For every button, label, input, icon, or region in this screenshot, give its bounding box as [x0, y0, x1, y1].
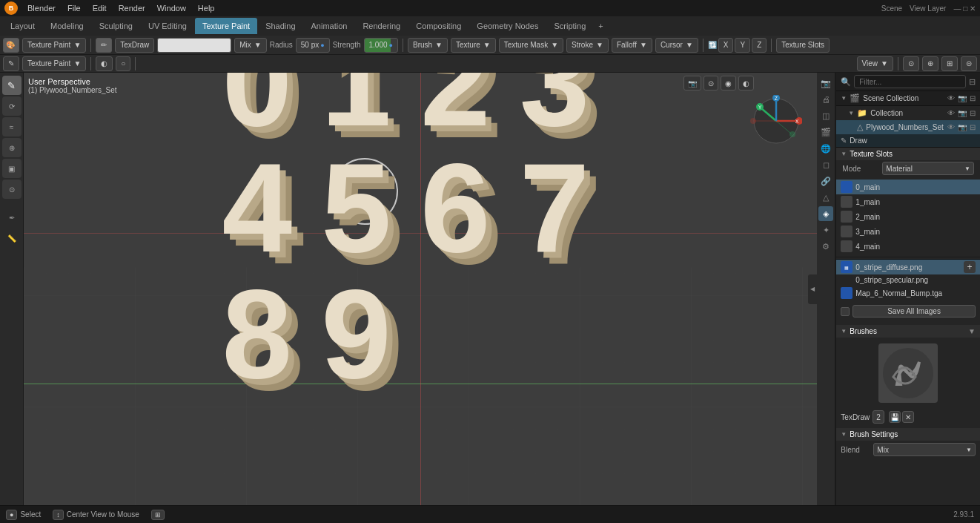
texture-slots-btn[interactable]: Texture Slots [776, 38, 830, 53]
texture-btn[interactable]: Texture ▼ [451, 38, 496, 53]
prop-icon-physics[interactable]: ⚙ [818, 239, 833, 254]
collection-camera-icon[interactable]: 📷 [958, 109, 967, 117]
fill-tool[interactable]: ▣ [2, 159, 21, 178]
add-texture-btn[interactable]: + [964, 261, 976, 273]
viewport-gizmo[interactable]: X Y Z [750, 95, 810, 154]
brush-icon-btn[interactable]: ✏ [96, 38, 112, 53]
smear-tool[interactable]: ≈ [2, 117, 21, 136]
material-1-main[interactable]: 1_main [836, 194, 980, 209]
object-camera-icon[interactable]: 📷 [958, 123, 967, 131]
radius-input[interactable]: 50 px ● [296, 38, 330, 53]
brush-dropdown[interactable]: TexDraw [115, 38, 154, 53]
collection-render-icon[interactable]: ⊟ [970, 109, 976, 117]
mode-icon[interactable]: 🎨 [3, 38, 19, 53]
mask-tool[interactable]: ⊙ [2, 180, 21, 199]
brush-delete-btn[interactable]: ✕ [902, 411, 914, 423]
tab-geometry-nodes[interactable]: Geometry Nodes [469, 18, 546, 34]
tab-animation[interactable]: Animation [304, 18, 355, 34]
menu-edit[interactable]: Edit [87, 2, 112, 14]
tool-mode-icon[interactable]: ✎ [3, 56, 19, 71]
view-menu[interactable]: View ▼ [857, 56, 893, 71]
prop-icon-output[interactable]: 🖨 [818, 92, 833, 107]
prop-icon-object[interactable]: ◻ [818, 157, 833, 172]
viewport-overlay-btn[interactable]: ⊙ [903, 56, 919, 71]
viewport-display-btn[interactable]: ⊙ [703, 76, 718, 91]
strength-input[interactable]: 1.000 ● [364, 38, 398, 53]
tab-scripting[interactable]: Scripting [546, 18, 593, 34]
menu-file[interactable]: File [62, 2, 86, 14]
sym-z-btn[interactable]: Z [752, 38, 767, 53]
tab-texture-paint[interactable]: Texture Paint [195, 18, 257, 34]
add-workspace-button[interactable]: + [594, 20, 607, 32]
save-checkbox[interactable] [841, 307, 850, 316]
clone-tool[interactable]: ⊕ [2, 138, 21, 157]
blender-logo[interactable]: B [4, 1, 18, 15]
prop-icon-world[interactable]: 🌐 [818, 141, 833, 156]
menu-render[interactable]: Render [113, 2, 150, 14]
annotate-tool[interactable]: ✒ [2, 208, 21, 227]
save-all-images-button[interactable]: Save All Images [852, 305, 976, 318]
tab-compositing[interactable]: Compositing [408, 18, 469, 34]
viewport-camera-btn[interactable]: 📷 [683, 76, 701, 91]
brushes-header[interactable]: ▼ Brushes ▼ [836, 325, 980, 338]
prop-icon-data[interactable]: △ [818, 190, 833, 205]
panel-toggle-btn[interactable]: ◀ [808, 274, 817, 304]
scene-eye-icon[interactable]: 👁 [947, 94, 955, 102]
viewport-gizmo-btn[interactable]: ⊕ [922, 56, 938, 71]
viewport-shading-render[interactable]: ○ [116, 56, 130, 71]
snapping-btn[interactable]: ⊞ [941, 56, 958, 71]
sym-y-btn[interactable]: Y [735, 38, 750, 53]
brush-num-btn[interactable]: 2 [873, 410, 884, 424]
soften-tool[interactable]: ⟳ [2, 96, 21, 116]
draw-tool[interactable]: ✎ [2, 76, 21, 95]
collection-eye-icon[interactable]: 👁 [947, 109, 955, 117]
texture-slots-header[interactable]: ▼ Texture Slots [836, 148, 980, 160]
material-3-main[interactable]: 3_main [836, 224, 980, 239]
material-2-main[interactable]: 2_main [836, 209, 980, 224]
cursor-btn[interactable]: Cursor ▼ [655, 38, 698, 53]
brush-save-btn[interactable]: 💾 [889, 411, 901, 423]
tab-sculpting[interactable]: Sculpting [92, 18, 140, 34]
proportional-editing-btn[interactable]: ⊝ [961, 56, 977, 71]
texture-mask-btn[interactable]: Texture Mask ▼ [499, 38, 563, 53]
brush-settings-btn[interactable]: Brush ▼ [408, 38, 448, 53]
texture-paint-mode-dropdown[interactable]: Texture Paint ▼ [22, 38, 86, 53]
object-item[interactable]: △ Plywood_Numbers_Set 👁 📷 ⊟ [836, 120, 980, 134]
prop-icon-view[interactable]: ◫ [818, 108, 833, 123]
prop-icon-scene[interactable]: 🎬 [818, 125, 833, 139]
material-0-main[interactable]: 0_main [836, 180, 980, 194]
outliner-search-input[interactable] [854, 75, 966, 88]
prop-icon-material[interactable]: ◈ [818, 206, 833, 221]
viewport-render-btn[interactable]: ◉ [721, 76, 736, 91]
texture-0-stripe-diffuse[interactable]: ▦ 0_stripe_diffuse.png + [836, 260, 980, 274]
collection-arrow[interactable]: ▼ [848, 110, 854, 116]
tab-modeling[interactable]: Modeling [43, 18, 91, 34]
menu-blender[interactable]: Blender [22, 2, 61, 14]
mode-dropdown[interactable]: Material ▼ [882, 162, 974, 175]
scene-camera-icon[interactable]: 📷 [958, 94, 967, 102]
tab-shading[interactable]: Shading [258, 18, 302, 34]
scene-filter-icon[interactable]: ⊟ [970, 94, 976, 102]
measure-tool[interactable]: 📏 [2, 228, 21, 248]
sym-x-btn[interactable]: X [718, 38, 734, 53]
tab-layout[interactable]: Layout [3, 18, 42, 34]
prop-icon-particles[interactable]: ✦ [818, 223, 833, 237]
blend-dropdown[interactable]: Mix ▼ [873, 443, 976, 456]
prop-icon-render[interactable]: 📷 [818, 76, 833, 91]
brush-settings-header[interactable]: ▼ Brush Settings [836, 428, 980, 441]
brush-color-input[interactable] [157, 38, 231, 53]
menu-help[interactable]: Help [193, 2, 220, 14]
viewport-shading-solid[interactable]: ◐ [96, 56, 113, 71]
texture-paint-mode-btn2[interactable]: Texture Paint ▼ [22, 56, 86, 71]
menu-window[interactable]: Window [152, 2, 191, 14]
texture-map6-normal[interactable]: Map_6_Normal_Bump.tga [836, 286, 980, 300]
filter-icon[interactable]: ⊟ [969, 77, 976, 87]
tab-uv-editing[interactable]: UV Editing [141, 18, 194, 34]
window-controls[interactable]: — □ ✕ [953, 4, 976, 13]
blend-mode-dropdown[interactable]: Mix ▼ [234, 38, 266, 53]
stroke-btn[interactable]: Stroke ▼ [566, 38, 609, 53]
prop-icon-constraints[interactable]: 🔗 [818, 174, 833, 188]
material-4-main[interactable]: 4_main [836, 239, 980, 254]
falloff-btn[interactable]: Falloff ▼ [612, 38, 652, 53]
texture-0-stripe-specular[interactable]: 0_stripe_specular.png [836, 274, 980, 286]
